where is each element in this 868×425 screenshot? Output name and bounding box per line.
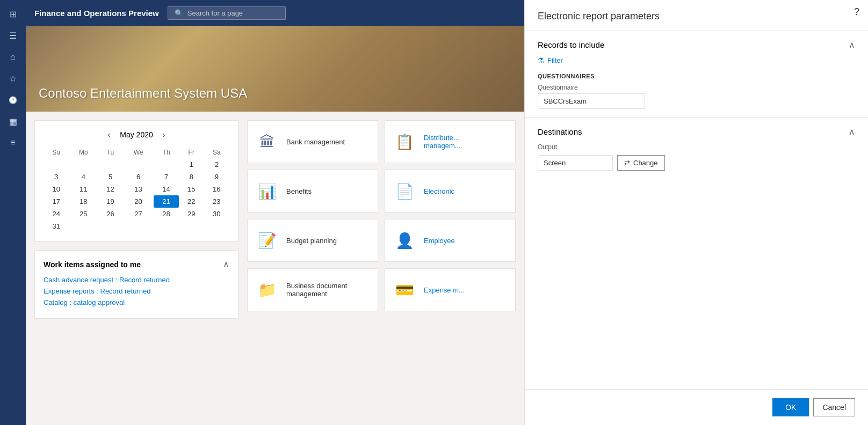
- calendar-grid: Su Mo Tu We Th Fr Sa 1234567891011121314…: [44, 146, 229, 232]
- work-items-title: Work items assigned to me: [44, 260, 141, 269]
- recent-icon[interactable]: 🕐: [3, 90, 23, 109]
- search-bar[interactable]: 🔍 Search for a page: [168, 6, 286, 20]
- topbar: Finance and Operations Preview 🔍 Search …: [26, 0, 524, 26]
- calendar-day[interactable]: 9: [204, 171, 229, 183]
- main-area: Finance and Operations Preview 🔍 Search …: [26, 0, 524, 425]
- tile-budget-planning[interactable]: 📝 Budget planning: [247, 219, 378, 262]
- calendar-day[interactable]: 6: [123, 171, 154, 183]
- calendar-day[interactable]: 11: [69, 183, 98, 195]
- tile-business-document-management[interactable]: 📁 Business document management: [247, 268, 378, 311]
- calendar-next-button[interactable]: ›: [160, 129, 169, 140]
- calendar-day[interactable]: 17: [44, 195, 69, 208]
- calendar-day[interactable]: 7: [154, 171, 179, 183]
- records-collapse-button[interactable]: ∧: [849, 40, 855, 50]
- calendar-header: ‹ May 2020 ›: [44, 129, 229, 140]
- search-placeholder: Search for a page: [187, 9, 243, 17]
- right-panel: Electronic report parameters Records to …: [524, 0, 868, 425]
- calendar-day[interactable]: 4: [69, 171, 98, 183]
- calendar-day[interactable]: 8: [179, 171, 204, 183]
- app-title: Finance and Operations Preview: [34, 9, 159, 18]
- home-icon[interactable]: ⌂: [3, 47, 23, 67]
- cancel-button[interactable]: Cancel: [813, 398, 855, 416]
- cal-header-mo: Mo: [69, 146, 98, 158]
- calendar-day[interactable]: [154, 158, 179, 171]
- tile-electronic[interactable]: 📄 Electronic: [385, 170, 516, 213]
- calendar-day[interactable]: 22: [179, 195, 204, 208]
- calendar-day[interactable]: 13: [123, 183, 154, 195]
- calendar-day[interactable]: 19: [98, 195, 123, 208]
- calendar-day[interactable]: 29: [179, 208, 204, 220]
- calendar-day[interactable]: 14: [154, 183, 179, 195]
- destinations-collapse-button[interactable]: ∧: [849, 127, 855, 137]
- budget-planning-icon: 📝: [256, 232, 278, 250]
- calendar-day[interactable]: 27: [123, 208, 154, 220]
- modules-icon[interactable]: ≡: [3, 133, 23, 152]
- favorites-icon[interactable]: ☆: [3, 69, 23, 88]
- work-items-collapse-button[interactable]: ∧: [223, 259, 229, 269]
- work-item-2[interactable]: Catalog : catalog approval: [44, 298, 229, 306]
- calendar-day[interactable]: 26: [98, 208, 123, 220]
- filter-button[interactable]: ⚗ Filter: [538, 56, 563, 64]
- calendar-day[interactable]: [69, 220, 98, 232]
- expense-icon: 💳: [394, 281, 415, 299]
- calendar-day[interactable]: [204, 220, 229, 232]
- hero-banner: Contoso Entertainment System USA: [26, 26, 524, 112]
- tile-employee[interactable]: 👤 Employee: [385, 219, 516, 262]
- calendar-day[interactable]: [98, 220, 123, 232]
- calendar-day[interactable]: 15: [179, 183, 204, 195]
- questionnaires-label: QUESTIONNAIRES: [538, 73, 855, 79]
- panel-title: Electronic report parameters: [538, 11, 855, 22]
- workspaces-icon[interactable]: ▦: [3, 112, 23, 131]
- calendar-day[interactable]: [123, 220, 154, 232]
- tile-employee-label: Employee: [424, 237, 455, 245]
- tile-distributed-management[interactable]: 📋 Distribute...managem...: [385, 120, 516, 163]
- calendar-day[interactable]: 23: [204, 195, 229, 208]
- calendar-day[interactable]: [69, 158, 98, 171]
- calendar-day[interactable]: 16: [204, 183, 229, 195]
- calendar-day[interactable]: 5: [98, 171, 123, 183]
- work-item-0[interactable]: Cash advance request : Record returned: [44, 276, 229, 284]
- questionnaire-field-value: SBCCrsExam: [538, 93, 645, 109]
- calendar-day[interactable]: 30: [204, 208, 229, 220]
- calendar-day[interactable]: 10: [44, 183, 69, 195]
- tile-budget-planning-label: Budget planning: [286, 237, 337, 245]
- calendar-day[interactable]: 1: [179, 158, 204, 171]
- work-items-header: Work items assigned to me ∧: [44, 259, 229, 269]
- calendar-day[interactable]: 12: [98, 183, 123, 195]
- questionnaire-field-label: Questionnaire: [538, 84, 855, 91]
- destinations-section-header: Destinations ∧: [538, 127, 855, 137]
- records-section: Records to include ∧ ⚗ Filter QUESTIONNA…: [525, 31, 868, 118]
- calendar-day[interactable]: 28: [154, 208, 179, 220]
- calendar-day[interactable]: [98, 158, 123, 171]
- records-section-header: Records to include ∧: [538, 40, 855, 50]
- calendar-day[interactable]: 18: [69, 195, 98, 208]
- help-icon[interactable]: ?: [854, 6, 859, 18]
- ok-button[interactable]: OK: [772, 398, 809, 416]
- tile-business-document-label: Business document management: [286, 282, 369, 298]
- calendar-day[interactable]: [123, 158, 154, 171]
- change-button[interactable]: ⇄ Change: [617, 155, 665, 171]
- tile-expense[interactable]: 💳 Expense m...: [385, 268, 516, 311]
- cal-header-sa: Sa: [204, 146, 229, 158]
- tile-bank-management[interactable]: 🏛 Bank management: [247, 120, 378, 163]
- calendar-widget: ‹ May 2020 › Su Mo Tu We: [34, 120, 238, 241]
- calendar-day[interactable]: 31: [44, 220, 69, 232]
- calendar-day[interactable]: 21: [154, 195, 179, 208]
- calendar-day[interactable]: 2: [204, 158, 229, 171]
- calendar-day[interactable]: 3: [44, 171, 69, 183]
- calendar-day[interactable]: [44, 158, 69, 171]
- tile-benefits[interactable]: 📊 Benefits: [247, 170, 378, 213]
- work-item-1[interactable]: Expense reports : Record returned: [44, 287, 229, 295]
- calendar-day[interactable]: [154, 220, 179, 232]
- apps-icon[interactable]: ⊞: [3, 4, 23, 24]
- panel-header: Electronic report parameters: [525, 0, 868, 31]
- tile-expense-label: Expense m...: [424, 286, 465, 294]
- calendar-day[interactable]: [179, 220, 204, 232]
- business-document-icon: 📁: [256, 281, 278, 299]
- calendar-day[interactable]: 24: [44, 208, 69, 220]
- search-icon: 🔍: [175, 9, 183, 17]
- calendar-day[interactable]: 20: [123, 195, 154, 208]
- calendar-day[interactable]: 25: [69, 208, 98, 220]
- calendar-prev-button[interactable]: ‹: [105, 129, 114, 140]
- hamburger-icon[interactable]: ☰: [3, 26, 23, 45]
